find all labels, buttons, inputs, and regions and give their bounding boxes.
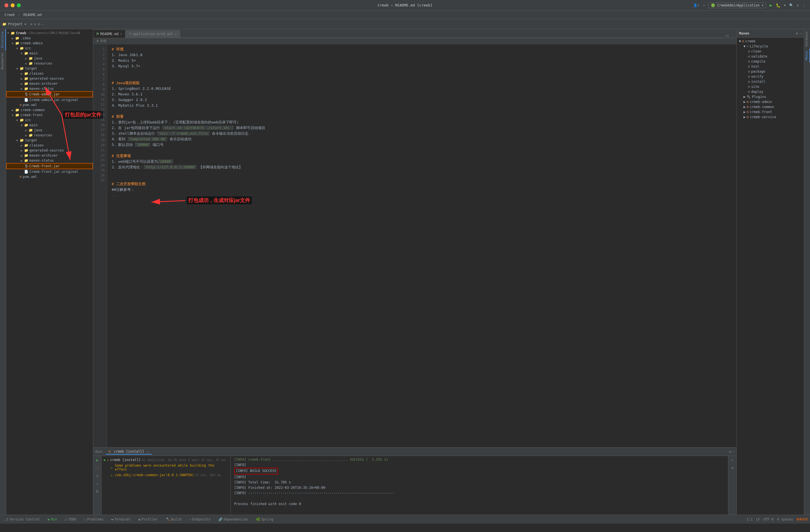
- run-filter-btn[interactable]: ☰: [94, 488, 100, 495]
- maven-item-site[interactable]: ⚙ site: [737, 84, 804, 89]
- tree-item-main2[interactable]: ▼ 📁 main: [6, 122, 93, 128]
- tree-item-idea[interactable]: ▶ 📁 .idea: [6, 36, 93, 41]
- tree-item-crmeb-front-jar-orig[interactable]: 📄 Crmeb-front.jar.original: [6, 169, 93, 174]
- maven-item-deploy[interactable]: ⚙ deploy: [737, 89, 804, 94]
- coverage-button[interactable]: ☂: [784, 3, 786, 7]
- window-controls[interactable]: [4, 3, 21, 7]
- tab-readme[interactable]: M README.md ✕: [93, 30, 126, 38]
- run-play-btn[interactable]: ▶: [94, 457, 100, 463]
- maven-item-install[interactable]: ⚙ install: [737, 79, 804, 84]
- status-spring[interactable]: 🌿 Spring: [254, 517, 276, 522]
- bookmarks-tab[interactable]: Bookmarks: [0, 50, 6, 72]
- run-tab-close[interactable]: ✕: [147, 450, 149, 453]
- tree-item-gen-sources[interactable]: ▶ 📁 generated-sources: [6, 76, 93, 81]
- maven-item-plugins[interactable]: ▶ 🔌 Plugins: [737, 94, 804, 99]
- tree-item-maven-status2[interactable]: ▶ 📁 maven-status: [6, 158, 93, 163]
- maven-item-crmeb-front[interactable]: ▶ m crmeb-front: [737, 110, 804, 115]
- status-vcs[interactable]: ⎇ Version Control: [2, 517, 42, 522]
- settings-icon[interactable]: ⚙: [38, 22, 40, 26]
- maven-item-crmeb-common[interactable]: ▶ m crmeb-common: [737, 104, 804, 110]
- tab-yml[interactable]: Y application-prod.yml ✕: [126, 30, 180, 38]
- maven-close-icon[interactable]: —: [799, 31, 801, 35]
- tree-item-crmeb-common[interactable]: ▶ 📁 crmeb-common: [6, 107, 93, 113]
- sort-icon[interactable]: ⇅: [34, 22, 36, 26]
- vcs-icon[interactable]: ↩: [703, 3, 705, 7]
- status-endpoints[interactable]: ↗ Endpoints: [187, 517, 213, 522]
- tree-item-crmeb-front[interactable]: ▼ 📁 crmeb-front: [6, 113, 93, 118]
- status-todo[interactable]: ☑ TODO: [63, 517, 78, 522]
- tree-item-maven-status[interactable]: ▶ 📁 maven-status: [6, 86, 93, 91]
- status-build[interactable]: 🔨 Build: [164, 517, 183, 522]
- maven-item-validate[interactable]: ⚙ validate: [737, 54, 804, 59]
- status-run[interactable]: ▶ Run: [46, 517, 59, 522]
- maven-item-compile[interactable]: ⚙ compile: [737, 59, 804, 64]
- collapse-icon[interactable]: —: [42, 22, 44, 26]
- tree-item-crmeb-admin-jar-orig[interactable]: 📄 Crmeb-admin.jar.original: [6, 97, 93, 102]
- tree-item-crmeb-front-jar[interactable]: 🗜 Crmeb-front.jar: [6, 163, 93, 169]
- tree-item-src[interactable]: ▼ 📁 src: [6, 46, 93, 51]
- status-dependencies[interactable]: 🔗 Dependencies: [216, 517, 250, 522]
- maven-item-clean[interactable]: ⚙ clean: [737, 49, 804, 54]
- menu-crmeb[interactable]: Crmeb: [2, 12, 17, 17]
- run-config-dropdown[interactable]: 🟢 CrmebAdminApplication ▾: [708, 2, 766, 8]
- settings-button[interactable]: ⚙: [797, 3, 799, 7]
- menu-readme[interactable]: README.md: [21, 12, 44, 17]
- maven-item-package[interactable]: ⚙ package: [737, 69, 804, 74]
- run-stop-btn[interactable]: ⬛: [94, 465, 100, 471]
- more-button[interactable]: ⋮: [802, 3, 806, 7]
- tree-item-target2[interactable]: ▼ 📁 target: [6, 138, 93, 143]
- maven-item-crmeb-service[interactable]: ▶ m crmeb-service: [737, 115, 804, 119]
- run-tree-crmeb[interactable]: ▶ ⚠ crmeb [install] At 2022/3/26, 16:35 …: [102, 457, 230, 463]
- tab-close-yml[interactable]: ✕: [175, 33, 177, 36]
- close-button[interactable]: [4, 3, 9, 7]
- minimize-button[interactable]: [11, 3, 15, 7]
- tree-item-src2[interactable]: ▼ 📁 src: [6, 118, 93, 122]
- tree-item-crmeb-admin[interactable]: ▼ 📁 crmeb-admin: [6, 41, 93, 46]
- maven-item-test[interactable]: ⚙ test: [737, 64, 804, 69]
- maven-item-crmeb[interactable]: ▼ m crmeb: [737, 39, 804, 44]
- structure-tab[interactable]: Structure: [0, 29, 6, 50]
- debug-button[interactable]: 🐛: [776, 3, 780, 7]
- tree-item-crmeb[interactable]: ▼ 📁 Crmeb ~/Documents/ZBKJ/商业版/Java单: [6, 30, 93, 36]
- tree-item-classes[interactable]: ▶ 📁 classes: [6, 71, 93, 76]
- tree-item-maven-archiver2[interactable]: ▶ 📁 maven-archiver: [6, 153, 93, 158]
- run-tree-warning2[interactable]: ⚠ com.zbkj:crmeb-common:jar:0.0.1-SNAPSH…: [102, 472, 230, 478]
- tree-item-resources[interactable]: ▶ 📁 resources: [6, 61, 93, 66]
- run-wrap-btn[interactable]: ↩: [729, 457, 735, 463]
- run-close-icon[interactable]: —: [732, 450, 734, 454]
- maximize-button[interactable]: [17, 3, 21, 7]
- tree-item-target[interactable]: ▼ 📁 target: [6, 66, 93, 71]
- code-content[interactable]: # 环境 1. Java Jdk1.8 2. Redis 5+ 3. Mysql…: [107, 44, 736, 447]
- tree-item-crmeb-admin-jar[interactable]: 🗜 Crmeb-admin.jar: [6, 91, 93, 97]
- search-button[interactable]: 🔍: [789, 3, 793, 7]
- database-tab[interactable]: Database: [804, 29, 810, 49]
- tree-item-pom2[interactable]: m pom.xml: [6, 174, 93, 179]
- run-tree-warning1[interactable]: ⚠ Some problems were encountered while b…: [102, 463, 230, 472]
- run-scroll-btn[interactable]: ↓: [94, 481, 100, 487]
- more-editor-actions[interactable]: ⋮: [731, 34, 734, 38]
- run-settings-icon[interactable]: ⚙: [729, 450, 731, 454]
- run-button[interactable]: ▶: [770, 2, 772, 8]
- maven-settings-icon[interactable]: ⚙: [796, 31, 798, 35]
- maven-tab[interactable]: Maven: [804, 49, 810, 62]
- maven-item-lifecycle[interactable]: ▼ ⚡ Lifecycle: [737, 44, 804, 49]
- code-editor[interactable]: 12345 678910 1112131415 1617181920 21222…: [93, 44, 736, 447]
- tree-item-gen-sources2[interactable]: ▶ 📁 generated-sources: [6, 148, 93, 153]
- tree-layout-icon[interactable]: ≡: [30, 22, 32, 26]
- tree-item-maven-archiver[interactable]: ▶ 📁 maven-archiver: [6, 81, 93, 86]
- tree-item-resources2[interactable]: ▶ 📁 resources: [6, 133, 93, 138]
- tree-item-java[interactable]: ▶ 📁 java: [6, 56, 93, 61]
- status-profiler[interactable]: ◉ Profiler: [136, 517, 160, 522]
- tree-item-java2[interactable]: ▶ 📁 java: [6, 128, 93, 133]
- tree-item-main[interactable]: ▼ 📁 main: [6, 51, 93, 56]
- status-problems[interactable]: ⚠ Problems: [82, 517, 106, 522]
- tab-close-readme[interactable]: ✕: [120, 32, 122, 35]
- maven-item-verify[interactable]: ⚙ verify: [737, 74, 804, 79]
- maven-item-crmeb-admin[interactable]: ▶ m crmeb-admin: [737, 99, 804, 104]
- status-terminal[interactable]: ▬ Terminal: [109, 517, 133, 522]
- run-tab-crmeb-install[interactable]: m crmeb [install] ✕: [106, 449, 152, 454]
- tree-item-pom1[interactable]: m pom.xml: [6, 102, 93, 107]
- account-icon[interactable]: 👤▾: [693, 3, 699, 7]
- tree-item-classes2[interactable]: ▶ 📁 classes: [6, 143, 93, 148]
- run-cog-btn[interactable]: ⚙: [729, 465, 735, 471]
